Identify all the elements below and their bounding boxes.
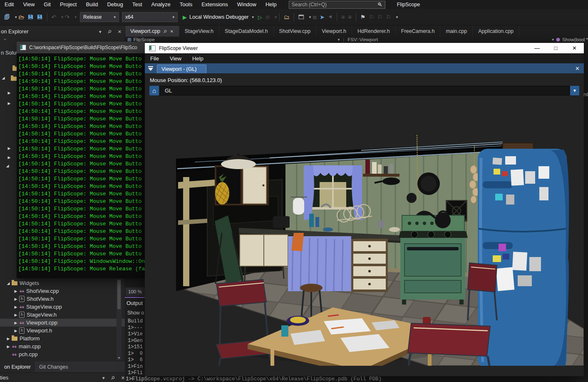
console-title-bar[interactable]: C:\workspace\FlipScope\Build\FlipScope\F…	[17, 42, 145, 53]
tree-expander[interactable]: ▶	[7, 101, 12, 105]
menu-build[interactable]: Build	[81, 0, 102, 9]
renderer-dropdown-button[interactable]: ▼	[570, 86, 579, 95]
renderer-select[interactable]: GL	[160, 86, 570, 95]
indent-icon[interactable]: ≡	[341, 14, 345, 20]
panel-dropdown-icon[interactable]: ▾	[99, 29, 102, 34]
tab-application-cpp[interactable]: Application.cpp	[473, 26, 519, 37]
close-tab-icon[interactable]: ✕	[170, 29, 173, 34]
menu-window[interactable]: Window	[233, 0, 261, 9]
debug-target-caret[interactable]: ▾	[252, 15, 254, 19]
close-icon[interactable]: ✕	[118, 29, 122, 34]
tree-item-viewport-cpp[interactable]: ▶++ Viewport.cpp	[0, 319, 125, 327]
member-caret[interactable]: ▾	[552, 37, 554, 42]
viewport-tab[interactable]: Viewport - (GL)	[157, 65, 206, 74]
tab-stagedatamodel-h[interactable]: StageDataModel.h	[219, 26, 274, 37]
tree-item-main-cpp[interactable]: ▶++ main.cpp	[0, 342, 125, 350]
viewport-3d-scene[interactable]	[145, 95, 584, 366]
close-icon[interactable]: ✕	[565, 45, 584, 51]
maximize-icon[interactable]: □	[546, 45, 565, 51]
find-in-files-icon[interactable]: 🗂︎	[284, 14, 290, 20]
tab-git-changes[interactable]: Git Changes	[35, 362, 72, 372]
compare-icon[interactable]: ⧈	[313, 14, 316, 21]
redo-icon[interactable]: ↷	[65, 14, 70, 20]
tab-shotview-cpp[interactable]: ShotView.cpp	[274, 26, 317, 37]
pin-icon[interactable]: ⚲	[107, 29, 113, 35]
configuration-dropdown[interactable]: Release▾	[80, 12, 119, 22]
menu-analyze[interactable]: Analyze	[147, 0, 175, 9]
tree-item-stageview-cpp[interactable]: ▶++ StageView.cpp	[0, 303, 125, 311]
tab-stageview-h[interactable]: StageView.h	[179, 26, 219, 37]
viewer-menu-help[interactable]: Help	[192, 55, 203, 62]
pin-icon[interactable]: ⚲	[162, 29, 168, 34]
tree-item-platform[interactable]: ▶ Platform	[0, 335, 125, 342]
tree-expander[interactable]: ◢	[5, 164, 10, 168]
save-icon[interactable]: 💾︎	[28, 14, 34, 20]
menu-tools[interactable]: Tools	[175, 0, 197, 9]
clear-bookmarks-icon[interactable]: ⚐	[386, 14, 391, 20]
tree-expander[interactable]: ▶	[7, 155, 12, 160]
new-project-icon[interactable]: 🗐︎	[4, 14, 10, 20]
minimize-icon[interactable]: —	[528, 45, 546, 51]
tab-freecamera-h[interactable]: FreeCamera.h	[396, 26, 441, 37]
console-window[interactable]: C:\workspace\FlipScope\Build\FlipScope\F…	[17, 42, 145, 278]
tab-main-cpp[interactable]: main.cpp	[440, 26, 473, 37]
tree-scrollbar[interactable]: ▼	[117, 278, 122, 360]
panel-dropdown-icon[interactable]: ▾	[102, 375, 105, 380]
start-no-debug-icon[interactable]: ▷	[258, 14, 262, 20]
toolbar-overflow-caret[interactable]: ▾	[396, 15, 398, 19]
platform-dropdown[interactable]: x64▾	[122, 12, 178, 22]
start-debug-icon[interactable]: ▶	[183, 14, 187, 20]
viewer-title-bar[interactable]: FlipScope Viewer — □ ✕	[145, 43, 584, 53]
solution-explorer-caret[interactable]: ▾	[309, 15, 311, 19]
home-button[interactable]: ⌂	[149, 86, 159, 95]
menu-view[interactable]: View	[18, 0, 39, 9]
new-project-caret[interactable]: ▾	[15, 15, 17, 19]
tree-item-shotview-h[interactable]: ▶h ShotView.h	[0, 295, 125, 303]
debug-target-label[interactable]: Local Windows Debugger	[189, 14, 248, 20]
undo-icon[interactable]: ↶	[52, 14, 57, 20]
tree-item-pch-cpp[interactable]: ++ pch.cpp	[0, 350, 125, 358]
navigate-back-icon[interactable]: ⯇	[328, 14, 332, 21]
tab-close-icon[interactable]: ✕	[575, 65, 580, 72]
tab-solution-explorer[interactable]: on Explorer	[0, 362, 35, 372]
menu-extensions[interactable]: Extensions	[197, 0, 233, 9]
next-bookmark-icon[interactable]: ⚐	[377, 14, 383, 20]
tree-item-stageview-h[interactable]: ▶h StageView.h	[0, 311, 125, 319]
tree-item-shotview-cpp[interactable]: ▶++ ShotView.cpp	[0, 287, 125, 295]
menu-help[interactable]: Help	[261, 0, 281, 9]
close-icon[interactable]: ✕	[121, 375, 125, 380]
tab-viewport-cpp[interactable]: Viewport.cpp ⚲ ✕	[125, 26, 179, 37]
menu-edit[interactable]: Edit	[0, 0, 18, 9]
menu-debug[interactable]: Debug	[102, 0, 127, 9]
home-icon[interactable]: ⌂	[3, 37, 7, 40]
solution-explorer-icon[interactable]: 🗔︎	[298, 14, 304, 20]
outdent-icon[interactable]: ≡	[348, 14, 351, 20]
save-all-icon[interactable]: 💾︎	[37, 14, 43, 20]
menu-project[interactable]: Project	[55, 0, 81, 9]
chevron-down-icon[interactable]	[148, 66, 154, 71]
breadcrumb-symbol[interactable]: FSV::Viewport	[347, 37, 378, 42]
tree-expander[interactable]: ▶	[7, 91, 12, 95]
search-input[interactable]: Search (Ctrl+Q) 🔍︎	[289, 1, 385, 9]
tab-hdrenderer-h[interactable]: HdRenderer.h	[352, 26, 396, 37]
hot-reload-icon[interactable]: 🔥︎	[265, 14, 270, 21]
redo-caret[interactable]: ▾	[75, 15, 77, 19]
go-to-cursor-icon[interactable]: ➤	[320, 14, 325, 20]
viewer-menu-file[interactable]: File	[150, 55, 159, 62]
tree-expander[interactable]: ◢	[1, 76, 6, 80]
undo-caret[interactable]: ▾	[61, 15, 63, 19]
breadcrumb-member[interactable]: Show(bool *	[562, 37, 588, 42]
menu-test[interactable]: Test	[128, 0, 147, 9]
pin-icon[interactable]: ⚲	[110, 375, 116, 381]
open-folder-icon[interactable]: 🗁︎	[19, 14, 25, 20]
prev-bookmark-icon[interactable]: ⚐	[369, 14, 374, 20]
flipscope-viewer-window[interactable]: FlipScope Viewer — □ ✕ File View Help Vi…	[145, 43, 584, 376]
tab-viewport-h[interactable]: Viewport.h	[316, 26, 352, 37]
viewer-menu-view[interactable]: View	[170, 55, 181, 62]
tree-item-viewport-h[interactable]: ▶h Viewport.h	[0, 327, 125, 335]
tree-expander[interactable]: ▶	[7, 146, 12, 150]
bookmark-icon[interactable]: ⚑	[360, 14, 366, 20]
tree-item-widgets[interactable]: ◢ Widgets	[0, 279, 125, 287]
hot-reload-caret[interactable]: ▾	[275, 15, 277, 19]
breadcrumb-caret[interactable]: ▾	[338, 37, 340, 42]
